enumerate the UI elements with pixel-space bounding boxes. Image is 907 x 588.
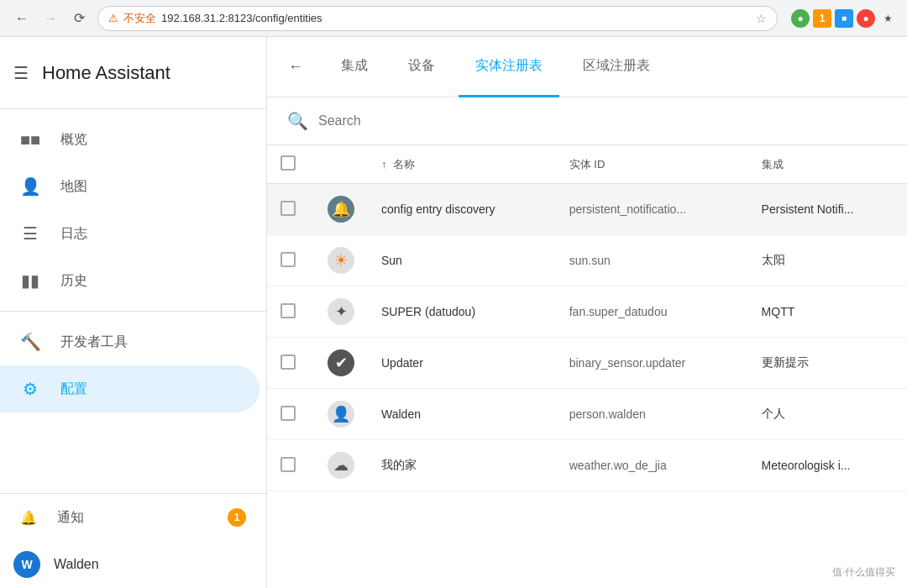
row-name-cell: Sun bbox=[368, 235, 556, 286]
config-icon: ⚙ bbox=[20, 379, 40, 399]
sidebar-label-overview: 概览 bbox=[60, 131, 87, 149]
address-bar[interactable]: ⚠ 不安全 192.168.31.2:8123/config/entities … bbox=[97, 6, 778, 31]
app-shell: ☰ Home Assistant ■■ 概览 👤 地图 ☰ 日志 ▮▮ 历史 bbox=[0, 37, 907, 588]
row-check-cell bbox=[267, 286, 314, 338]
row-check-cell bbox=[267, 440, 314, 491]
entity-icon: ☀ bbox=[328, 247, 354, 274]
notify-badge: 1 bbox=[228, 508, 246, 527]
table-row[interactable]: 🔔 config entry discovery persistent_noti… bbox=[267, 184, 907, 235]
row-integration-cell: 太阳 bbox=[748, 235, 907, 286]
col-name[interactable]: ↑ 名称 bbox=[368, 145, 556, 184]
sidebar-label-devtools: 开发者工具 bbox=[60, 333, 128, 351]
row-integration-cell: MQTT bbox=[748, 286, 907, 338]
warning-icon: ⚠ bbox=[108, 12, 118, 24]
table-row[interactable]: ✦ SUPER (datudou) fan.super_datudou MQTT bbox=[267, 286, 907, 338]
sidebar-item-map[interactable]: 👤 地图 bbox=[0, 163, 260, 210]
notify-icon: 🔔 bbox=[20, 510, 37, 526]
ext-2[interactable]: 1 bbox=[813, 9, 831, 28]
row-check-cell bbox=[267, 184, 314, 235]
row-checkbox[interactable] bbox=[280, 406, 296, 421]
table-body: 🔔 config entry discovery persistent_noti… bbox=[267, 184, 907, 491]
row-icon-cell: ✔ bbox=[314, 338, 368, 389]
row-name-cell: Updater bbox=[368, 338, 556, 389]
sidebar-item-overview[interactable]: ■■ 概览 bbox=[0, 116, 260, 163]
sidebar: ☰ Home Assistant ■■ 概览 👤 地图 ☰ 日志 ▮▮ 历史 bbox=[0, 37, 267, 588]
row-integration-cell: Meteorologisk i... bbox=[748, 440, 907, 491]
app-title: Home Assistant bbox=[42, 62, 170, 84]
row-name-cell: Walden bbox=[368, 389, 556, 440]
col-check bbox=[267, 145, 314, 184]
tab-entity[interactable]: 实体注册表 bbox=[459, 37, 559, 97]
row-check-cell bbox=[267, 235, 314, 286]
table-row[interactable]: ☁ 我的家 weather.wo_de_jia Meteorologisk i.… bbox=[267, 440, 907, 491]
tab-nav: ← 集成 设备 实体注册表 区域注册表 bbox=[267, 37, 907, 97]
entity-icon: 🔔 bbox=[328, 196, 354, 223]
row-checkbox[interactable] bbox=[280, 201, 296, 216]
ext-5[interactable]: ★ bbox=[878, 9, 897, 28]
row-entity-id-cell: sun.sun bbox=[556, 235, 748, 286]
address-text: 192.168.31.2:8123/config/entities bbox=[161, 12, 751, 24]
sidebar-header: ☰ Home Assistant bbox=[0, 37, 266, 109]
row-entity-id-cell: person.walden bbox=[556, 389, 748, 440]
sidebar-label-map: 地图 bbox=[60, 178, 87, 196]
sidebar-label-notify: 通知 bbox=[57, 509, 84, 527]
select-all-checkbox[interactable] bbox=[280, 155, 296, 171]
forward-button[interactable]: → bbox=[39, 7, 62, 30]
sidebar-item-config[interactable]: ⚙ 配置 bbox=[0, 365, 260, 412]
sidebar-item-notify[interactable]: 🔔 通知 1 bbox=[0, 494, 266, 541]
row-checkbox[interactable] bbox=[280, 354, 296, 370]
warning-text: 不安全 bbox=[123, 11, 156, 26]
history-icon: ▮▮ bbox=[20, 270, 40, 291]
row-icon-cell: ☁ bbox=[314, 440, 368, 491]
row-check-cell bbox=[267, 389, 314, 440]
col-icon bbox=[314, 145, 368, 184]
row-entity-id-cell: binary_sensor.updater bbox=[556, 338, 748, 389]
row-checkbox[interactable] bbox=[280, 303, 296, 318]
extensions-bar: ● 1 ■ ● ★ bbox=[791, 9, 897, 28]
table-row[interactable]: ✔ Updater binary_sensor.updater 更新提示 bbox=[267, 338, 907, 389]
row-checkbox[interactable] bbox=[280, 457, 296, 472]
sidebar-item-log[interactable]: ☰ 日志 bbox=[0, 210, 260, 257]
row-icon-cell: 👤 bbox=[314, 389, 368, 440]
sidebar-item-history[interactable]: ▮▮ 历史 bbox=[0, 257, 260, 304]
row-icon-cell: 🔔 bbox=[314, 184, 368, 235]
tab-device[interactable]: 设备 bbox=[391, 37, 452, 97]
browser-chrome: ← → ⟳ ⚠ 不安全 192.168.31.2:8123/config/ent… bbox=[0, 0, 907, 37]
row-integration-cell: 个人 bbox=[748, 389, 907, 440]
row-entity-id-cell: fan.super_datudou bbox=[556, 286, 748, 338]
nav-divider bbox=[0, 311, 266, 312]
sidebar-label-history: 历史 bbox=[60, 272, 87, 290]
bookmark-icon[interactable]: ☆ bbox=[756, 12, 767, 25]
search-icon: 🔍 bbox=[287, 111, 308, 131]
sidebar-user[interactable]: W Walden bbox=[0, 541, 266, 588]
ext-1[interactable]: ● bbox=[791, 9, 810, 28]
user-avatar: W bbox=[13, 551, 40, 578]
ext-3[interactable]: ■ bbox=[835, 9, 853, 28]
username-label: Walden bbox=[54, 557, 99, 572]
row-entity-id-cell: persistent_notificatio... bbox=[556, 184, 748, 235]
tab-integration[interactable]: 集成 bbox=[324, 37, 385, 97]
refresh-button[interactable]: ⟳ bbox=[67, 7, 91, 30]
menu-toggle-icon[interactable]: ☰ bbox=[13, 63, 29, 83]
tab-area[interactable]: 区域注册表 bbox=[566, 37, 667, 97]
row-integration-cell: 更新提示 bbox=[748, 338, 907, 389]
sidebar-item-devtools[interactable]: 🔨 开发者工具 bbox=[0, 318, 260, 365]
row-icon-cell: ☀ bbox=[314, 235, 368, 286]
search-bar: 🔍 bbox=[267, 97, 907, 145]
sidebar-nav: ■■ 概览 👤 地图 ☰ 日志 ▮▮ 历史 🔨 开发者工具 ⚙ bbox=[0, 109, 266, 493]
row-name-cell: 我的家 bbox=[368, 440, 556, 491]
table-row[interactable]: 👤 Walden person.walden 个人 bbox=[267, 389, 907, 440]
row-icon-cell: ✦ bbox=[314, 286, 368, 338]
row-check-cell bbox=[267, 338, 314, 389]
page-back-button[interactable]: ← bbox=[280, 52, 311, 82]
entities-table: ↑ 名称 实体 ID 集成 🔔 c bbox=[267, 145, 907, 491]
sidebar-footer: 🔔 通知 1 W Walden bbox=[0, 493, 266, 588]
sidebar-label-config: 配置 bbox=[60, 381, 87, 398]
search-input[interactable] bbox=[318, 113, 887, 129]
log-icon: ☰ bbox=[20, 223, 40, 244]
back-button[interactable]: ← bbox=[10, 7, 34, 30]
ext-4[interactable]: ● bbox=[857, 9, 875, 28]
nav-buttons: ← → ⟳ bbox=[10, 7, 91, 30]
table-row[interactable]: ☀ Sun sun.sun 太阳 bbox=[267, 235, 907, 286]
row-checkbox[interactable] bbox=[280, 252, 296, 267]
